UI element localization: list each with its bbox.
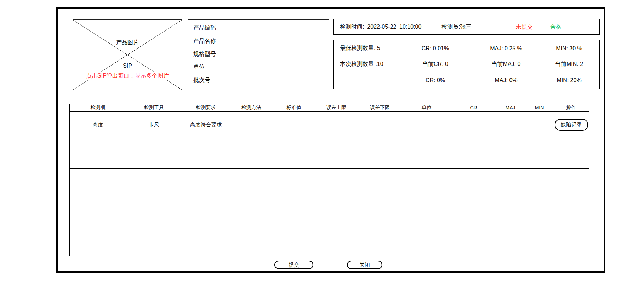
- inspection-stats-panel: 最低检测数量: 5 CR: 0.01% MAJ: 0.25 % MIN: 30 …: [333, 40, 600, 89]
- inspection-time: 检测时间: 2022-05-22 10:10:00: [340, 23, 421, 30]
- cell-empty: [70, 168, 589, 196]
- product-image-placeholder[interactable]: 产品图片 SIP 点击SIP弹出窗口，显示多个图片: [73, 19, 182, 90]
- sip-hint-note: 点击SIP弹出窗口，显示多个图片: [85, 72, 170, 80]
- field-batch-number: 批次号: [193, 76, 329, 84]
- cell-empty: [273, 111, 315, 138]
- inspection-header-bar: 检测时间: 2022-05-22 10:10:00 检测员:张三 未提交 合格: [333, 19, 600, 35]
- cell-empty: [70, 138, 589, 168]
- status-unsubmitted-badge: 未提交: [516, 23, 533, 30]
- table-header-row: 检测项 检测工具 检测要求 检测方法 标准值 误差上限 误差下限 单位 CR M…: [70, 104, 589, 111]
- field-spec-model: 规格型号: [193, 51, 329, 58]
- col-header-cr: CR: [451, 104, 496, 111]
- cell-tool: 卡尺: [126, 111, 182, 138]
- cell-item: 高度: [70, 111, 126, 138]
- stat-min-limit: MIN: 30 %: [539, 45, 599, 52]
- col-header-requirement: 检测要求: [182, 104, 229, 111]
- stat-maj-limit: MAJ: 0.25 %: [473, 45, 539, 52]
- table-row-empty: [70, 168, 589, 196]
- col-header-upper-limit: 误差上限: [315, 104, 358, 111]
- stat-min-rate: MIN: 20%: [539, 77, 599, 84]
- product-image-label: 产品图片: [115, 39, 140, 46]
- close-button[interactable]: 关闭: [347, 261, 382, 269]
- sip-link[interactable]: SIP: [121, 63, 133, 69]
- table-row: 高度 卡尺 高度符合要求 缺陷记录: [70, 111, 589, 138]
- stat-current-cr: 当前CR: 0: [397, 61, 473, 68]
- col-header-min: MIN: [525, 104, 554, 111]
- stat-cr-limit: CR: 0.01%: [397, 45, 473, 52]
- cell-empty: [451, 111, 496, 138]
- cell-requirement: 高度符合要求: [182, 111, 229, 138]
- col-header-standard: 标准值: [273, 104, 315, 111]
- field-product-code: 产品编码: [193, 24, 329, 32]
- stat-cr-rate: CR: 0%: [397, 77, 473, 84]
- cell-action: 缺陷记录: [554, 111, 589, 138]
- cell-empty: [229, 111, 273, 138]
- cell-empty: [315, 111, 358, 138]
- stat-maj-rate: MAJ: 0%: [473, 77, 539, 84]
- col-header-action: 操作: [554, 104, 589, 111]
- inspection-dialog: 产品图片 SIP 点击SIP弹出窗口，显示多个图片 产品编码 产品名称 规格型号…: [56, 7, 605, 273]
- col-header-tool: 检测工具: [126, 104, 182, 111]
- col-header-unit: 单位: [402, 104, 451, 111]
- col-header-lower-limit: 误差下限: [358, 104, 402, 111]
- stat-current-maj: 当前MAJ: 0: [473, 61, 539, 68]
- col-header-item: 检测项: [70, 104, 126, 111]
- cell-empty: [402, 111, 451, 138]
- inspector-name: 检测员:张三: [441, 23, 471, 30]
- defect-record-button[interactable]: 缺陷记录: [555, 119, 588, 131]
- table-row-empty: [70, 196, 589, 227]
- product-info-panel: 产品编码 产品名称 规格型号 单位 批次号: [188, 19, 329, 90]
- stat-min-inspect-qty: 最低检测数量: 5: [334, 45, 397, 52]
- field-product-name: 产品名称: [193, 38, 329, 45]
- table-row-empty: [70, 227, 589, 256]
- col-header-maj: MAJ: [496, 104, 525, 111]
- col-header-method: 检测方法: [229, 104, 273, 111]
- table-row-empty: [70, 138, 589, 168]
- stat-current-min: 当前MIN: 2: [539, 61, 599, 68]
- cell-empty: [525, 111, 554, 138]
- submit-button[interactable]: 提交: [274, 261, 313, 269]
- status-qualified-badge: 合格: [550, 23, 562, 30]
- cell-empty: [70, 196, 589, 227]
- inspection-items-table: 检测项 检测工具 检测要求 检测方法 标准值 误差上限 误差下限 单位 CR M…: [69, 104, 589, 256]
- field-unit: 单位: [193, 63, 329, 71]
- cell-empty: [496, 111, 525, 138]
- cell-empty: [70, 227, 589, 256]
- stat-current-inspect-qty: 本次检测数量 :10: [334, 61, 397, 68]
- cell-empty: [358, 111, 402, 138]
